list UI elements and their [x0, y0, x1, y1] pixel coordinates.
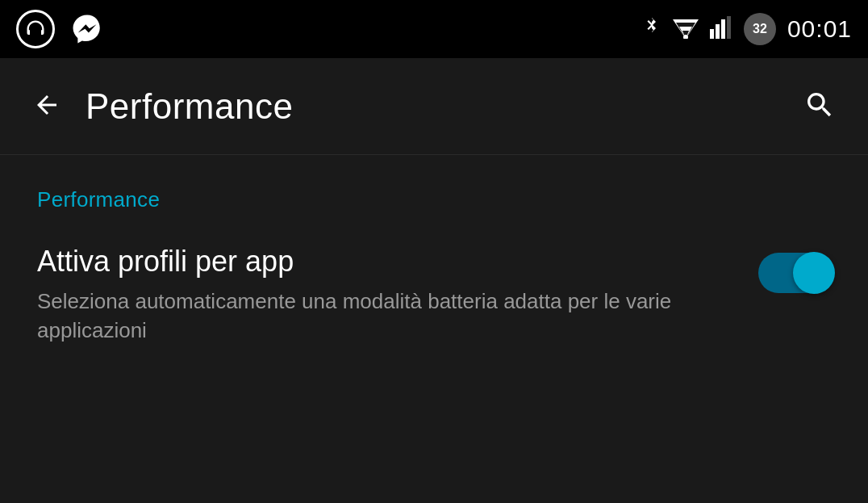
svg-rect-5	[710, 29, 714, 39]
svg-rect-8	[727, 16, 731, 39]
setting-text: Attiva profili per app Seleziona automat…	[37, 245, 726, 346]
section-label: Performance	[37, 187, 831, 212]
messenger-icon	[68, 10, 106, 48]
headphone-icon	[16, 10, 55, 48]
svg-rect-6	[716, 24, 720, 39]
bluetooth-icon	[642, 15, 661, 43]
signal-icon	[710, 16, 732, 42]
toggle-knob	[793, 252, 835, 294]
content-area: Performance Attiva profili per app Selez…	[0, 155, 868, 354]
battery-level: 32	[753, 22, 767, 36]
toggle-switch-profiles[interactable]	[758, 253, 831, 293]
search-button[interactable]	[795, 81, 844, 132]
app-bar-left: Performance	[24, 82, 293, 131]
setting-description: Seleziona automaticamente una modalità b…	[37, 287, 726, 346]
time-display: 00:01	[787, 15, 852, 43]
battery-badge: 32	[744, 13, 776, 45]
wifi-icon	[673, 16, 699, 42]
status-bar-right: 32 00:01	[642, 13, 852, 45]
svg-rect-7	[721, 19, 725, 39]
app-bar: Performance	[0, 58, 868, 155]
setting-title: Attiva profili per app	[37, 245, 726, 279]
page-title: Performance	[86, 86, 293, 127]
toggle-container[interactable]	[758, 253, 831, 293]
back-button[interactable]	[24, 82, 69, 131]
status-bar: 32 00:01	[0, 0, 868, 58]
setting-item-profiles: Attiva profili per app Seleziona automat…	[37, 237, 831, 354]
status-bar-left	[16, 10, 106, 48]
